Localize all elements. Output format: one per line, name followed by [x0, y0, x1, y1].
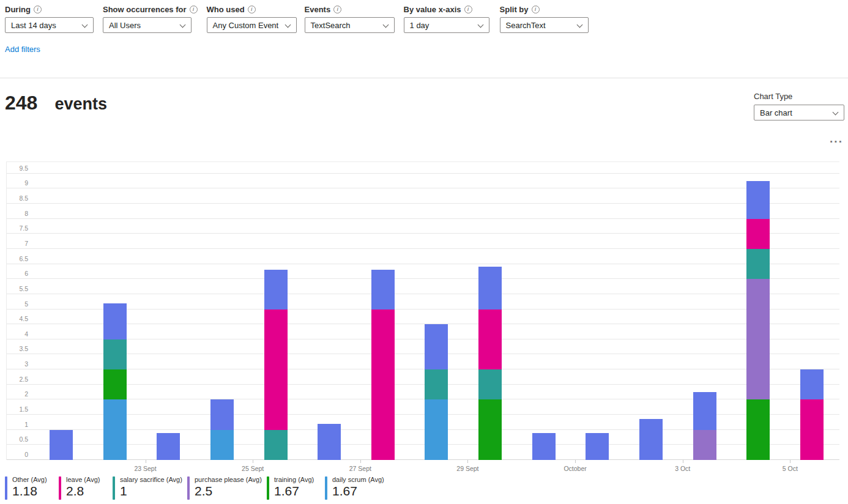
bar-segment-salary-sacrifice[interactable]: [478, 369, 502, 399]
bar-segment-training[interactable]: [478, 399, 502, 460]
legend-series-label: salary sacrifice (Avg): [120, 476, 182, 483]
bar-segment-leave[interactable]: [746, 219, 770, 249]
bar-segment-Other[interactable]: [586, 433, 609, 460]
bar-segment-Other[interactable]: [425, 324, 448, 369]
bar-segment-leave[interactable]: [800, 399, 824, 460]
more-options-button[interactable]: ...: [827, 136, 846, 149]
y-gridline: [7, 264, 839, 264]
split-by-dropdown[interactable]: SearchText: [500, 17, 589, 33]
info-icon[interactable]: i: [532, 6, 540, 13]
bar-segment-training[interactable]: [103, 369, 127, 399]
y-gridline: [7, 294, 839, 294]
legend-series-label: leave (Avg): [66, 476, 100, 483]
bar-segment-daily-scrum[interactable]: [425, 399, 448, 460]
x-axis-tick: [360, 460, 361, 463]
y-gridline: [7, 233, 839, 234]
chevron-down-icon: [285, 22, 291, 28]
bar-segment-salary-sacrifice[interactable]: [103, 339, 127, 369]
y-gridline: [7, 384, 839, 385]
bar-segment-daily-scrum[interactable]: [210, 430, 234, 460]
y-gridline: [7, 339, 839, 339]
legend-series-average: 1: [120, 484, 182, 498]
y-gridline: [7, 173, 839, 174]
y-gridline: [7, 188, 839, 188]
legend-item[interactable]: training (Avg)1.67: [267, 475, 314, 500]
legend-series-average: 1.67: [332, 484, 384, 498]
info-icon[interactable]: i: [333, 6, 341, 13]
info-icon[interactable]: i: [34, 6, 42, 13]
filter-label-text: Split by: [500, 5, 529, 14]
y-gridline: [7, 354, 839, 354]
legend-item[interactable]: leave (Avg)2.8: [59, 475, 100, 500]
filter-show-occurrences: Show occurrences for i All Users: [103, 4, 198, 33]
legend-series-label: training (Avg): [274, 476, 314, 483]
info-icon[interactable]: i: [248, 6, 256, 13]
bar-segment-Other[interactable]: [157, 433, 180, 460]
bar-segment-Other[interactable]: [746, 181, 770, 219]
filter-who-used-label: Who used i: [207, 4, 297, 15]
chart-type-label: Chart Type: [754, 92, 844, 103]
info-icon[interactable]: i: [190, 6, 198, 13]
legend-item[interactable]: purchase please (Avg)2.5: [187, 475, 262, 500]
x-axis-tick: [790, 460, 790, 463]
legend-texts: Other (Avg)1.18: [12, 475, 47, 500]
x-axis-tick: [146, 460, 146, 463]
show-occurrences-dropdown[interactable]: All Users: [103, 17, 192, 33]
chart-type-dropdown[interactable]: Bar chart: [754, 105, 844, 120]
bar-segment-Other[interactable]: [800, 369, 824, 399]
chart-legend: Other (Avg)1.18leave (Avg)2.8salary sacr…: [0, 475, 848, 501]
bar-segment-Other[interactable]: [210, 399, 234, 429]
bar-segment-salary-sacrifice[interactable]: [425, 369, 448, 399]
bar-segment-Other[interactable]: [264, 270, 288, 309]
filter-split-by-label: Split by i: [500, 4, 589, 15]
show-occurrences-dropdown-value: All Users: [109, 21, 141, 30]
legend-series-average: 2.8: [66, 484, 100, 498]
legend-item[interactable]: salary sacrifice (Avg)1: [113, 475, 182, 500]
by-value-x-axis-dropdown[interactable]: 1 day: [404, 17, 489, 33]
bar-segment-leave[interactable]: [478, 309, 502, 370]
bar-segment-Other[interactable]: [103, 303, 127, 339]
legend-color-swatch: [267, 476, 269, 500]
filter-events: Events i TextSearch: [305, 4, 395, 33]
x-axis-tick-label: 29 Sept: [440, 465, 495, 472]
info-icon[interactable]: i: [464, 6, 472, 13]
bar-segment-salary-sacrifice[interactable]: [264, 430, 288, 460]
bar-segment-Other[interactable]: [318, 424, 341, 460]
bar-segment-leave[interactable]: [371, 309, 395, 461]
y-gridline: [7, 218, 839, 219]
x-axis-tick-label: 27 Sept: [333, 465, 388, 472]
bar-segment-Other[interactable]: [532, 433, 556, 460]
x-axis-tick-label: 3 Oct: [655, 465, 710, 472]
bar-segment-leave[interactable]: [264, 309, 288, 430]
bar-segment-Other[interactable]: [478, 267, 502, 309]
legend-series-label: purchase please (Avg): [195, 476, 262, 483]
legend-series-average: 1.67: [274, 484, 314, 498]
bar-segment-purchase-please[interactable]: [693, 430, 716, 460]
bar-segment-Other[interactable]: [50, 430, 73, 460]
bar-segment-daily-scrum[interactable]: [103, 399, 127, 460]
bar-segment-Other[interactable]: [371, 270, 395, 309]
who-used-dropdown[interactable]: Any Custom Event: [207, 17, 297, 33]
chart-type-dropdown-value: Bar chart: [760, 108, 792, 117]
chevron-down-icon: [833, 109, 839, 116]
events-dropdown[interactable]: TextSearch: [305, 17, 395, 33]
x-axis-tick: [575, 460, 576, 463]
legend-series-label: Other (Avg): [12, 476, 47, 483]
bar-segment-salary-sacrifice[interactable]: [746, 249, 770, 279]
chevron-down-icon: [382, 22, 389, 28]
y-gridline: [7, 248, 839, 249]
plot-area: [6, 161, 839, 460]
bar-segment-purchase-please[interactable]: [746, 279, 770, 399]
x-axis-tick: [683, 460, 683, 463]
who-used-dropdown-value: Any Custom Event: [213, 21, 279, 30]
legend-series-label: daily scrum (Avg): [332, 476, 384, 483]
y-gridline: [7, 278, 839, 279]
legend-color-swatch: [59, 476, 61, 500]
bar-segment-Other[interactable]: [639, 419, 663, 460]
legend-texts: training (Avg)1.67: [274, 475, 314, 500]
x-axis-tick-label: 25 Sept: [225, 465, 280, 472]
legend-item[interactable]: Other (Avg)1.18: [5, 475, 47, 500]
bar-segment-Other[interactable]: [693, 392, 716, 430]
legend-item[interactable]: daily scrum (Avg)1.67: [325, 475, 384, 500]
bar-segment-training[interactable]: [746, 399, 770, 460]
